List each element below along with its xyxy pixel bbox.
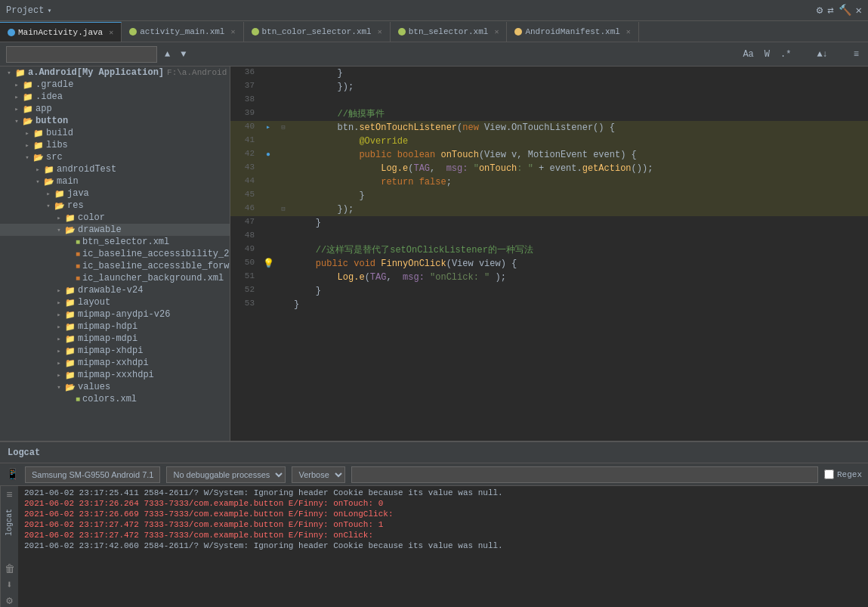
tree-item[interactable]: ▾📂res xyxy=(0,200,230,212)
code-line-content: @Override xyxy=(291,135,868,148)
line-fold xyxy=(276,243,291,257)
logcat-tab-icon[interactable]: ≡ xyxy=(6,489,12,501)
level-select[interactable]: Verbose xyxy=(292,466,345,483)
code-line-row: 40 ▸ ⊟ btn.setOnTouchListener(new View.O… xyxy=(230,121,868,135)
scroll-icon[interactable]: ⬇ xyxy=(6,578,12,591)
filter-btn[interactable]: ▲↓ xyxy=(814,48,830,61)
code-line-content: } xyxy=(291,298,868,311)
device-select-btn[interactable]: Samsung SM-G9550 Android 7.1 xyxy=(25,466,160,483)
tree-item[interactable]: ▸📁color xyxy=(0,212,230,224)
project-name-label: [My Application] xyxy=(77,67,164,78)
sync-icon[interactable]: ⇄ xyxy=(827,4,833,17)
bulb-icon[interactable]: 💡 xyxy=(263,259,274,269)
regex-checkbox[interactable] xyxy=(824,469,834,479)
tree-item[interactable]: ▾📂values xyxy=(0,381,230,393)
tab-close-icon[interactable]: ✕ xyxy=(378,27,382,36)
tree-item[interactable]: ▾📂main xyxy=(0,175,230,187)
sidebar[interactable]: ▾ 📁 a.Android [My Application] F:\a.Andr… xyxy=(0,67,230,441)
tree-item[interactable]: ▾📂src xyxy=(0,151,230,163)
folder-icon: 📂 xyxy=(33,153,44,163)
settings-icon[interactable]: ⚙ xyxy=(817,4,823,17)
img-file-icon: ■ xyxy=(76,262,80,271)
tab-btn-selector[interactable]: btn_selector.xml ✕ xyxy=(391,22,508,42)
tab-activity-main[interactable]: activity_main.xml ✕ xyxy=(122,22,243,42)
tree-item[interactable]: ▸📁mipmap-xxhdpi xyxy=(0,357,230,369)
tree-item[interactable]: ■ic_launcher_background.xml xyxy=(0,272,230,284)
tree-item[interactable]: ▸📁layout xyxy=(0,296,230,308)
whole-word-btn[interactable]: W xyxy=(761,48,773,61)
tree-item[interactable]: ■btn_selector.xml xyxy=(0,236,230,248)
tree-arrow: ▸ xyxy=(42,190,54,198)
logcat-tab-label[interactable]: logcat xyxy=(5,509,14,536)
line-number: 50 xyxy=(230,257,261,271)
logcat-left-icons: ≡ logcat 🗑 ⬇ ⚙ xyxy=(0,486,18,607)
gutter-indicator: ● xyxy=(266,150,270,159)
tree-root[interactable]: ▾ 📁 a.Android [My Application] F:\a.Andr… xyxy=(0,67,230,79)
tree-item[interactable]: ■colors.xml xyxy=(0,393,230,405)
project-arrow: ▾ xyxy=(47,6,51,15)
xml-file-icon: ■ xyxy=(76,238,80,246)
tree-item[interactable]: ▾📂drawable xyxy=(0,224,230,236)
build-icon[interactable]: 🔨 xyxy=(839,4,851,17)
tab-main-activity[interactable]: MainActivity.java ✕ xyxy=(0,22,122,42)
process-select[interactable]: No debuggable processes xyxy=(166,466,286,483)
tree-item[interactable]: ▸📁androidTest xyxy=(0,163,230,175)
tree-arrow: ▾ xyxy=(42,202,54,210)
fold-arrow[interactable]: ▸ xyxy=(266,123,270,132)
logcat-search-input[interactable] xyxy=(351,466,818,483)
tree-item[interactable]: ▸📁mipmap-xxxhdpi xyxy=(0,369,230,381)
logcat-body: ≡ logcat 🗑 ⬇ ⚙ 2021-06-02 23:17:25.411 2… xyxy=(0,486,868,607)
line-number: 52 xyxy=(230,284,261,298)
tree-item[interactable]: ▸📁java xyxy=(0,187,230,200)
tab-label: activity_main.xml xyxy=(140,27,224,36)
tree-item[interactable]: ▾📂button xyxy=(0,115,230,127)
tree-label: color xyxy=(78,212,105,223)
tree-item[interactable]: ▸📁libs xyxy=(0,139,230,151)
clear-icon[interactable]: 🗑 xyxy=(5,563,15,575)
tree-arrow: ▾ xyxy=(53,383,65,392)
tree-item[interactable]: ■ic_baseline_accessible_forwa... xyxy=(0,260,230,272)
tree-item[interactable]: ▸📁.gradle xyxy=(0,79,230,91)
settings-icon[interactable]: ⚙ xyxy=(6,594,12,607)
tree-item[interactable]: ▸📁mipmap-anydpi-v26 xyxy=(0,308,230,321)
tab-btn-color-selector[interactable]: btn_color_selector.xml ✕ xyxy=(244,22,391,42)
code-line-content xyxy=(291,230,868,243)
fold-icon[interactable]: ⊟ xyxy=(281,124,285,132)
tree-item[interactable]: ▸📁.idea xyxy=(0,91,230,103)
tab-close-icon[interactable]: ✕ xyxy=(494,27,499,36)
tree-root-label: a.Android xyxy=(28,67,77,78)
tree-item[interactable]: ▸📁mipmap-mdpi xyxy=(0,333,230,345)
search-nav-down[interactable]: ▼ xyxy=(178,48,189,61)
tree-label: mipmap-xxhdpi xyxy=(78,358,149,368)
close-search-btn[interactable]: ≡ xyxy=(851,48,862,61)
line-gutter xyxy=(261,203,276,216)
img-file-icon: ■ xyxy=(76,274,80,283)
search-input[interactable] xyxy=(6,46,157,63)
tree-item[interactable]: ▸📁mipmap-hdpi xyxy=(0,321,230,333)
line-number: 45 xyxy=(230,189,261,203)
tab-close-icon[interactable]: ✕ xyxy=(109,28,113,37)
search-nav-up[interactable]: ▲ xyxy=(162,48,173,61)
code-line-content: } xyxy=(291,216,868,230)
code-line-content: } xyxy=(291,189,868,203)
xml-icon xyxy=(398,28,406,36)
tree-label: androidTest xyxy=(57,164,116,175)
logcat-panel: Logcat 📱 Samsung SM-G9550 Android 7.1 No… xyxy=(0,441,868,607)
tab-close-icon[interactable]: ✕ xyxy=(626,27,631,36)
close-icon[interactable]: ✕ xyxy=(856,4,862,17)
logcat-content[interactable]: 2021-06-02 23:17:25.411 2584-2611/? W/Sy… xyxy=(18,486,868,607)
tree-item[interactable]: ▸📁mipmap-xhdpi xyxy=(0,345,230,357)
tab-android-manifest[interactable]: AndroidManifest.xml ✕ xyxy=(507,22,638,42)
regex-btn[interactable]: .* xyxy=(777,48,794,61)
tab-close-icon[interactable]: ✕ xyxy=(230,27,235,36)
code-editor[interactable]: 36 } 37 }); 38 39 //触摸事件 40 ▸ ⊟ btn.setO… xyxy=(230,67,868,441)
tree-item[interactable]: ■ic_baseline_accessibility_24.x xyxy=(0,248,230,260)
tree-item[interactable]: ▸📁app xyxy=(0,103,230,115)
log-line: 2021-06-02 23:17:42.060 2584-2611/? W/Sy… xyxy=(18,540,868,551)
tree-item[interactable]: ▸📁build xyxy=(0,127,230,139)
tree-label: .idea xyxy=(36,91,63,102)
tree-arrow: ▸ xyxy=(32,166,44,174)
fold-icon[interactable]: ⊟ xyxy=(281,206,285,213)
match-case-btn[interactable]: Aa xyxy=(740,48,756,61)
tree-item[interactable]: ▸📁drawable-v24 xyxy=(0,284,230,296)
